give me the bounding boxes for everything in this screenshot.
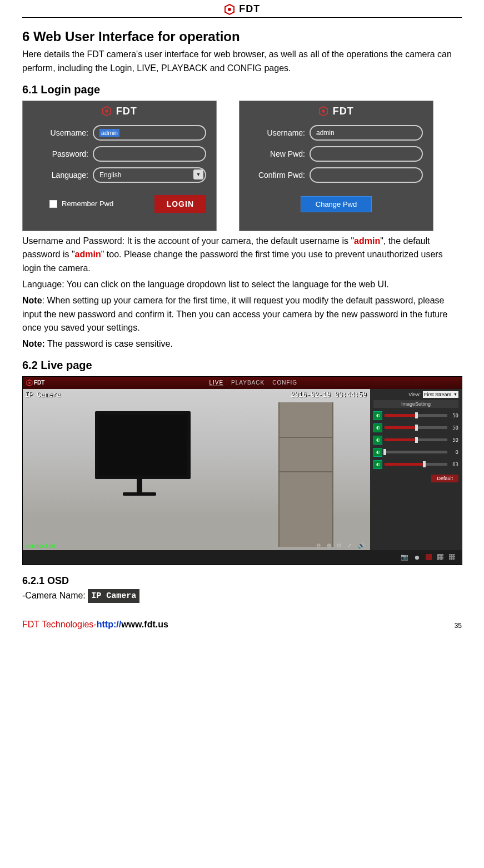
live-tabs: LIVE PLAYBACK CONFIG <box>209 380 297 386</box>
osd-timestamp: 2016-02-19 03:44:59 <box>291 391 367 399</box>
video-area: IP Camera 2016-02-19 03:44:59 connected … <box>23 389 370 550</box>
live-bottom-bar: 📷 ⏺ <box>23 550 462 565</box>
svg-point-7 <box>28 382 31 384</box>
image-slider[interactable]: ◐63 <box>373 460 458 469</box>
live-top-bar: FDT LIVE PLAYBACK CONFIG <box>23 377 462 389</box>
slider-icon: ◐ <box>373 423 382 432</box>
video-controls[interactable]: ⊖ ⊕ ⊙ ⤢ 🔊 <box>316 542 367 548</box>
image-slider[interactable]: ◐50 <box>373 436 458 445</box>
heading-section-6: 6 Web User Interface for operation <box>22 29 462 44</box>
login-button[interactable]: LOGIN <box>154 195 206 213</box>
confirm-pwd-label: Confirm Pwd: <box>250 171 310 179</box>
username-label: Username: <box>33 128 93 137</box>
note-1: Note: When setting up your camera for th… <box>22 294 462 335</box>
username-password-paragraph: Username and Password: It is the account… <box>22 235 462 276</box>
note-2: Note: The password is case sensitive. <box>22 337 462 351</box>
osd-tag: IP Camera <box>88 589 139 603</box>
svg-point-1 <box>228 8 231 11</box>
live-page-screenshot: FDT LIVE PLAYBACK CONFIG IP Camera 2016-… <box>22 376 462 565</box>
username-label: Username: <box>250 128 310 137</box>
login-screenshots-row: FDT Username: admin Password: Language: … <box>22 101 462 231</box>
scene-monitor-icon <box>95 411 184 495</box>
language-select[interactable]: English ▼ <box>93 167 206 183</box>
heading-6-2: 6.2 Live page <box>22 359 462 372</box>
default-button[interactable]: Default <box>431 475 458 482</box>
osd-camera-name: IP Camera <box>25 391 61 399</box>
image-setting-header: ImageSetting <box>373 400 458 408</box>
tab-config[interactable]: CONFIG <box>272 380 297 386</box>
svg-point-3 <box>106 109 108 112</box>
slider-icon: ◐ <box>373 448 382 457</box>
heading-6-2-1: 6.2.1 OSD <box>22 575 462 587</box>
record-icon[interactable]: ⏺ <box>414 554 420 561</box>
footer-company: FDT Technologies- <box>22 620 97 629</box>
chevron-down-icon: ▼ <box>193 169 203 179</box>
image-slider[interactable]: ◐0 <box>373 448 458 457</box>
osd-camera-name-line: -Camera Name: IP Camera <box>22 589 462 603</box>
slider-icon: ◐ <box>373 411 382 420</box>
brand-icon <box>224 4 235 15</box>
view-label: View: <box>408 392 421 397</box>
login-panel-logo: FDT <box>33 106 206 117</box>
brand-text: FDT <box>239 3 260 14</box>
language-label: Language: <box>33 171 93 179</box>
view-select[interactable]: First Stream▼ <box>423 391 458 398</box>
chevron-down-icon: ▼ <box>453 392 457 396</box>
layout-1-icon[interactable] <box>426 554 432 560</box>
page-footer: FDT Technologies-http://www.fdt.us 35 <box>22 620 462 630</box>
scene-cabinet-icon <box>278 402 333 547</box>
slider-icon: ◐ <box>373 460 382 469</box>
layout-9-icon[interactable] <box>449 554 455 560</box>
intro-paragraph: Here details the FDT camera's user inter… <box>22 48 462 76</box>
change-password-panel: FDT Username: admin New Pwd: Confirm Pwd… <box>239 101 433 231</box>
snapshot-icon[interactable]: 📷 <box>401 553 408 561</box>
image-slider[interactable]: ◐50 <box>373 411 458 420</box>
svg-point-5 <box>322 109 325 112</box>
layout-4-icon[interactable] <box>437 554 443 560</box>
brand-icon <box>102 106 112 116</box>
brand-icon: FDT <box>26 380 44 386</box>
image-slider[interactable]: ◐50 <box>373 423 458 432</box>
change-panel-logo: FDT <box>250 106 423 117</box>
password-label: Password: <box>33 149 93 158</box>
tab-live[interactable]: LIVE <box>209 380 223 386</box>
brand-icon <box>318 106 328 116</box>
brand-text: FDT <box>333 106 354 117</box>
change-pwd-button[interactable]: Change Pwd <box>301 196 372 212</box>
slider-icon: ◐ <box>373 436 382 445</box>
image-setting-panel: View: First Stream▼ ImageSetting ◐50◐50◐… <box>370 389 462 550</box>
new-pwd-input[interactable] <box>310 146 423 162</box>
username-input[interactable]: admin <box>310 125 423 141</box>
page-header-logo: FDT <box>22 0 462 18</box>
page-number: 35 <box>455 622 462 630</box>
tab-playback[interactable]: PLAYBACK <box>231 380 265 386</box>
brand-text: FDT <box>116 106 137 117</box>
login-panel: FDT Username: admin Password: Language: … <box>22 101 217 231</box>
remember-label: Remember Pwd <box>62 199 113 208</box>
username-input[interactable]: admin <box>93 125 206 141</box>
confirm-pwd-input[interactable] <box>310 167 423 183</box>
remember-checkbox[interactable] <box>49 200 57 208</box>
new-pwd-label: New Pwd: <box>250 149 310 158</box>
heading-6-1: 6.1 Login page <box>22 83 462 96</box>
language-paragraph: Language: You can click on the language … <box>22 278 462 292</box>
password-input[interactable] <box>93 146 206 162</box>
status-connected: connected <box>25 543 55 549</box>
